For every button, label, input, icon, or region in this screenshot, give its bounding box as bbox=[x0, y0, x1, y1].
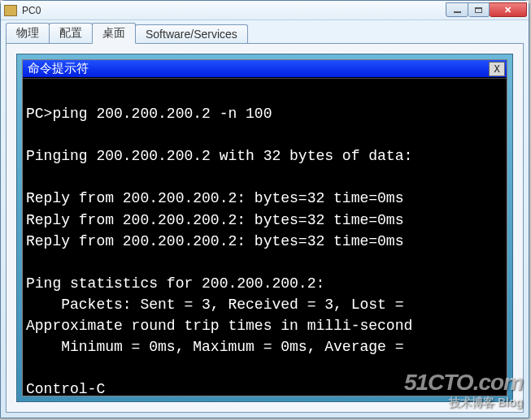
content-area: 命令提示符 X PC>ping 200.200.200.2 -n 100 Pin… bbox=[6, 43, 524, 413]
cmd-line: Minimum = 0ms, Maximum = 0ms, Average = bbox=[26, 339, 412, 355]
cmd-close-button[interactable]: X bbox=[489, 62, 505, 76]
cmd-line: PC>ping 200.200.200.2 -n 100 bbox=[26, 106, 272, 122]
cmd-line: Approximate round trip times in milli-se… bbox=[26, 318, 412, 334]
app-window: PC0 ✕ 物理 配置 桌面 Software/Services 命令提示符 X… bbox=[0, 0, 529, 418]
app-icon bbox=[4, 5, 17, 16]
tab-config[interactable]: 配置 bbox=[49, 23, 93, 43]
cmd-line: Reply from 200.200.200.2: bytes=32 time=… bbox=[26, 233, 412, 249]
tab-physical[interactable]: 物理 bbox=[6, 23, 50, 43]
cmd-line: Packets: Sent = 3, Received = 3, Lost = bbox=[26, 297, 412, 313]
maximize-button[interactable] bbox=[468, 2, 490, 17]
close-button[interactable]: ✕ bbox=[490, 2, 527, 17]
command-prompt-window: 命令提示符 X PC>ping 200.200.200.2 -n 100 Pin… bbox=[22, 59, 507, 396]
cmd-line: Ping statistics for 200.200.200.2: bbox=[26, 275, 324, 292]
tab-bar: 物理 配置 桌面 Software/Services bbox=[1, 20, 529, 43]
cmd-titlebar[interactable]: 命令提示符 X bbox=[23, 60, 507, 78]
titlebar[interactable]: PC0 ✕ bbox=[1, 1, 529, 20]
cmd-line: Reply from 200.200.200.2: bytes=32 time=… bbox=[26, 212, 412, 228]
cmd-output[interactable]: PC>ping 200.200.200.2 -n 100 Pinging 200… bbox=[23, 78, 507, 396]
tab-software-services[interactable]: Software/Services bbox=[135, 24, 248, 43]
cmd-line: Reply from 200.200.200.2: bytes=32 time=… bbox=[26, 190, 412, 206]
tab-desktop[interactable]: 桌面 bbox=[92, 23, 136, 44]
minimize-button[interactable] bbox=[446, 2, 468, 17]
window-controls: ✕ bbox=[446, 3, 527, 17]
desktop-background: 命令提示符 X PC>ping 200.200.200.2 -n 100 Pin… bbox=[16, 54, 513, 402]
cmd-line: Control-C bbox=[26, 381, 105, 396]
window-title: PC0 bbox=[22, 5, 446, 16]
cmd-title: 命令提示符 bbox=[28, 61, 489, 76]
cmd-line: Pinging 200.200.200.2 with 32 bytes of d… bbox=[26, 148, 412, 164]
